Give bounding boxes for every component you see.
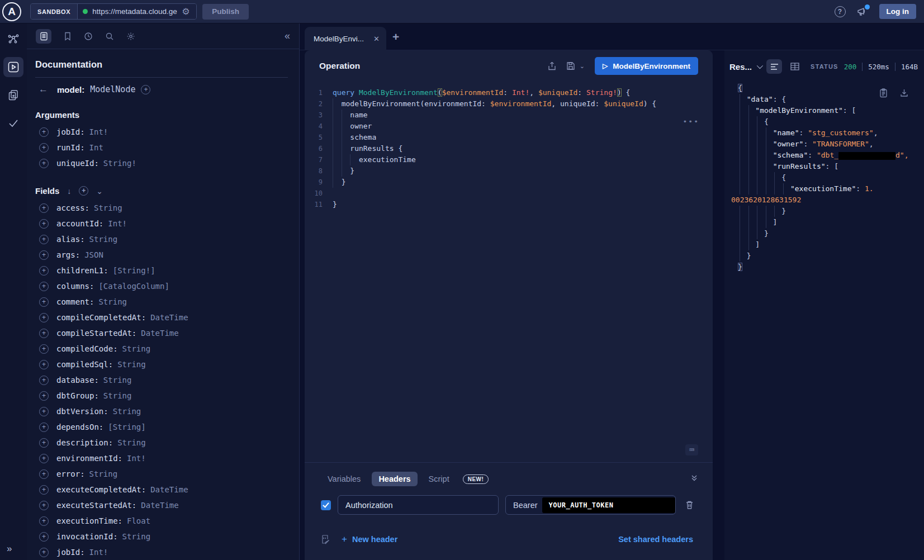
add-to-query-icon[interactable]: + (39, 266, 49, 276)
expand-rail-button[interactable]: » (0, 543, 27, 554)
close-tab-icon[interactable]: ✕ (373, 35, 380, 43)
tab-script[interactable]: Script (422, 472, 456, 486)
query-editor[interactable]: 1query ModelByEnvironment($environmentId… (305, 82, 713, 462)
new-header-button[interactable]: + New header (342, 534, 397, 545)
field-row[interactable]: +childrenL1:[String!] (35, 263, 288, 278)
add-to-query-icon[interactable]: + (39, 516, 49, 526)
history-button[interactable] (84, 32, 93, 41)
add-to-query-icon[interactable]: + (39, 438, 49, 448)
sort-icon[interactable]: ↓ (67, 187, 71, 196)
add-to-query-icon[interactable]: + (39, 423, 49, 432)
add-to-query-icon[interactable]: + (39, 454, 49, 463)
field-row[interactable]: +environmentId:Int! (35, 450, 288, 466)
field-row[interactable]: +error:String (35, 466, 288, 482)
keyboard-shortcuts-icon[interactable]: ⌨ (685, 444, 698, 455)
add-to-query-icon[interactable]: + (39, 548, 49, 557)
documentation-tab-button[interactable] (36, 29, 51, 44)
rail-item-collections[interactable] (3, 85, 23, 105)
field-row[interactable]: +compiledSql:String (35, 357, 288, 372)
field-row[interactable]: +alias:String (35, 231, 288, 247)
add-to-query-icon[interactable]: + (39, 235, 49, 244)
search-button[interactable] (105, 32, 114, 41)
add-to-query-icon[interactable]: + (39, 532, 49, 542)
add-field-icon[interactable]: + (141, 85, 150, 94)
header-key-input[interactable] (338, 495, 499, 515)
add-to-query-icon[interactable]: + (39, 250, 49, 260)
tab-variables[interactable]: Variables (321, 472, 367, 486)
collapse-panel-button[interactable] (690, 474, 698, 482)
add-to-query-icon[interactable]: + (39, 282, 49, 291)
delete-header-button[interactable] (685, 500, 694, 510)
breadcrumb-type-name[interactable]: ModelNode (90, 84, 135, 94)
add-to-query-icon[interactable]: + (39, 501, 49, 510)
field-row[interactable]: +access:String (35, 200, 288, 216)
rail-item-checks[interactable] (3, 113, 23, 133)
copy-response-button[interactable] (879, 88, 888, 98)
header-enabled-checkbox[interactable] (321, 500, 331, 510)
field-row[interactable]: +invocationId:String (35, 529, 288, 544)
add-to-query-icon[interactable]: + (39, 376, 49, 385)
add-to-query-icon[interactable]: + (39, 407, 49, 416)
editor-menu-icon[interactable]: ••• (683, 117, 699, 126)
run-operation-button[interactable]: ▷ ModelByEnvironment (595, 57, 698, 75)
add-to-query-icon[interactable]: + (39, 313, 49, 322)
add-to-query-icon[interactable]: + (39, 159, 49, 168)
set-shared-headers-link[interactable]: Set shared headers (618, 535, 697, 544)
saved-operations-button[interactable] (64, 32, 72, 41)
back-arrow-icon[interactable]: ← (35, 84, 51, 95)
edit-headers-raw-button[interactable] (321, 534, 330, 544)
download-response-button[interactable] (900, 88, 908, 98)
field-row[interactable]: +args:JSON (35, 247, 288, 263)
save-options-chevron[interactable]: ⌄ (580, 63, 585, 70)
field-row[interactable]: +dbtVersion:String (35, 404, 288, 419)
response-dropdown-chevron[interactable] (757, 63, 763, 69)
field-row[interactable]: +accountId:Int! (35, 216, 288, 231)
add-to-query-icon[interactable]: + (39, 203, 49, 213)
chevron-down-icon[interactable]: ⌄ (96, 187, 103, 196)
share-operation-button[interactable] (548, 61, 556, 71)
add-to-query-icon[interactable]: + (39, 360, 49, 369)
rail-item-explorer[interactable] (3, 57, 23, 77)
endpoint-settings-icon[interactable]: ⚙ (182, 7, 189, 16)
rail-item-schema[interactable] (3, 29, 23, 49)
field-row[interactable]: +compiledCode:String (35, 341, 288, 357)
new-tab-button[interactable]: + (392, 30, 399, 44)
help-icon[interactable]: ? (835, 6, 846, 17)
argument-row[interactable]: +runId:Int (35, 140, 288, 155)
add-to-query-icon[interactable]: + (39, 143, 49, 153)
header-value-input[interactable]: Bearer YOUR_AUTH_TOKEN (505, 495, 676, 515)
response-table-view-button[interactable] (787, 59, 803, 74)
publish-button[interactable]: Publish (202, 4, 249, 20)
endpoint-url-field[interactable]: https://metadata.cloud.get ⚙ (78, 4, 196, 19)
field-row[interactable]: +database:String (35, 372, 288, 388)
login-button[interactable]: Log in (879, 4, 917, 19)
add-to-query-icon[interactable]: + (39, 485, 49, 495)
field-row[interactable]: +dbtGroup:String (35, 388, 288, 404)
settings-button[interactable] (126, 32, 135, 41)
field-row[interactable]: +compileStartedAt:DateTime (35, 325, 288, 341)
add-to-query-icon[interactable]: + (39, 391, 49, 401)
add-to-query-icon[interactable]: + (39, 469, 49, 479)
field-row[interactable]: +dependsOn:[String] (35, 419, 288, 435)
add-to-query-icon[interactable]: + (39, 329, 49, 338)
collapse-docs-icon[interactable]: « (285, 30, 290, 42)
argument-row[interactable]: +uniqueId:String! (35, 155, 288, 171)
add-to-query-icon[interactable]: + (39, 219, 49, 229)
field-row[interactable]: +description:String (35, 435, 288, 450)
field-row[interactable]: +executionTime:Float (35, 513, 288, 529)
announcements-button[interactable] (857, 7, 868, 17)
tab-headers[interactable]: Headers (372, 472, 417, 486)
add-to-query-icon[interactable]: + (39, 344, 49, 354)
field-row[interactable]: +executeStartedAt:DateTime (35, 497, 288, 513)
field-row[interactable]: +columns:[CatalogColumn] (35, 278, 288, 294)
add-to-query-icon[interactable]: + (39, 127, 49, 137)
field-row[interactable]: +comment:String (35, 294, 288, 310)
field-row[interactable]: +jobId:Int! (35, 544, 288, 560)
save-operation-button[interactable] (566, 61, 575, 70)
response-text-view-button[interactable] (766, 59, 782, 74)
response-title[interactable]: Res... (729, 62, 752, 72)
add-to-query-icon[interactable]: + (39, 297, 49, 307)
field-row[interactable]: +compileCompletedAt:DateTime (35, 310, 288, 325)
field-row[interactable]: +executeCompletedAt:DateTime (35, 482, 288, 497)
argument-row[interactable]: +jobId:Int! (35, 124, 288, 140)
